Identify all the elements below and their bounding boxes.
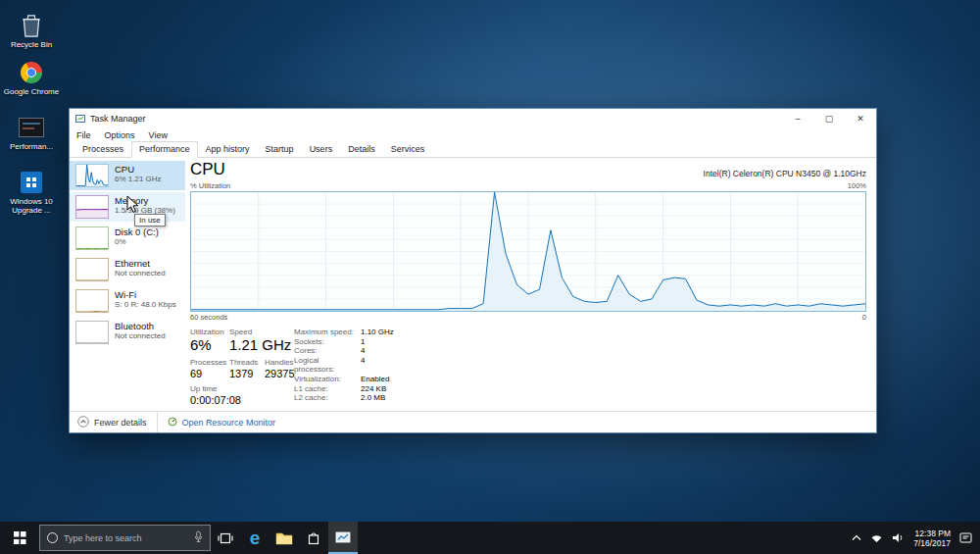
menu-bar: FileOptionsView [70,128,876,142]
windows-logo-icon [14,531,26,544]
edge-button[interactable]: e [240,522,270,554]
tab-users[interactable]: Users [302,141,341,158]
tab-services[interactable]: Services [383,141,433,158]
menu-file[interactable]: File [76,130,91,140]
dark-app-icon [1,114,62,140]
desktop-icon-win-upgrade[interactable]: Windows 10 Upgrade ... [1,169,62,215]
tab-app-history[interactable]: App history [198,141,258,158]
fewer-details-button[interactable]: Fewer details [77,416,147,429]
sidebar-item-title: Memory [115,195,175,206]
system-tray: 12:38 PM 7/16/2017 [852,522,980,554]
sidebar-item-title: Bluetooth [115,321,166,331]
win-upgrade-icon [1,169,62,195]
tab-details[interactable]: Details [340,141,383,158]
cpu-model: Intel(R) Celeron(R) CPU N3450 @ 1.10GHz [704,169,866,178]
mini-chart-bluetooth [75,321,109,344]
utilization-value: 6% [190,337,229,353]
recycle-bin-icon [1,12,62,38]
tabs-bar: ProcessesPerformanceApp historyStartupUs… [70,142,876,158]
uptime-label: Up time [190,384,294,393]
sidebar-item-subtitle: 6% 1.21 GHz [115,175,162,183]
sidebar-item-disk-0-c[interactable]: Disk 0 (C:)0% [70,224,185,253]
volume-icon[interactable] [892,532,905,543]
processes-label: Processes [190,358,229,367]
start-button[interactable] [0,522,39,554]
detail-value: 224 KB [361,384,394,394]
tab-processes[interactable]: Processes [74,141,131,158]
edge-icon: e [250,529,261,547]
sidebar-item-title: CPU [115,164,162,175]
sidebar-item-subtitle: Not connected [115,269,166,277]
store-button[interactable] [299,522,328,554]
search-input[interactable] [64,533,188,543]
sidebar-item-bluetooth[interactable]: BluetoothNot connected [70,318,185,347]
window-titlebar[interactable]: Task Manager – ▢ ✕ [70,109,876,128]
menu-options[interactable]: Options [105,130,135,140]
speed-label: Speed [229,327,294,336]
mini-chart-cpu [75,164,109,187]
performance-sidebar: CPU6% 1.21 GHzMemory1.5/3.9 GB (38%)Disk… [70,158,185,411]
tab-performance[interactable]: Performance [131,141,198,158]
desktop-icon-label: Performan... [1,142,62,151]
detail-value: 4 [361,356,394,375]
taskbar-search[interactable] [39,525,211,551]
desktop-icon-dark-app[interactable]: Performan... [1,114,62,151]
store-bag-icon [307,530,320,546]
desktop-icon-label: Windows 10 Upgrade ... [1,197,62,215]
cortana-icon [47,532,58,543]
desktop-icon-label: Google Chrome [1,87,62,96]
panel-title: CPU [190,160,225,178]
desktop-icon-recycle-bin[interactable]: Recycle Bin [1,12,62,49]
cpu-hardware-details: Maximum speed:1.10 GHzSockets:1Cores:4Lo… [294,327,394,411]
processes-value: 69 [190,368,229,379]
sidebar-item-wi-fi[interactable]: Wi-FiS: 0 R: 48.0 Kbps [70,286,185,316]
window-footer: Fewer details Open Resource Monitor [70,411,876,432]
sidebar-item-title: Wi-Fi [115,289,176,300]
handles-value: 29375 [265,368,295,379]
detail-label: L2 cache: [294,393,357,403]
detail-label: Maximum speed: [294,327,357,337]
threads-label: Threads [229,358,265,367]
cpu-utilization-chart [190,191,866,312]
window-controls: – ▢ ✕ [782,109,876,128]
task-view-button[interactable] [211,522,240,554]
microphone-icon[interactable] [194,529,203,547]
file-explorer-button[interactable] [270,522,299,554]
folder-icon [275,531,293,545]
taskbar-clock[interactable]: 12:38 PM 7/16/2017 [913,529,951,548]
detail-label: Virtualization: [294,375,357,384]
task-manager-icon [335,530,351,544]
resource-monitor-icon [168,417,177,428]
network-icon[interactable] [870,532,883,543]
close-button[interactable]: ✕ [845,109,876,128]
action-center-icon[interactable] [959,532,972,543]
memory-in-use-tooltip: In use [134,214,166,227]
sidebar-item-memory[interactable]: Memory1.5/3.9 GB (38%) [70,192,185,222]
desktop-icon-chrome[interactable]: Google Chrome [1,59,62,96]
sidebar-item-title: Ethernet [115,258,166,269]
cpu-stats: Utilization 6% Speed 1.21 GHz Processes [190,327,866,411]
tab-startup[interactable]: Startup [258,141,302,158]
maximize-button[interactable]: ▢ [813,109,845,128]
cpu-panel: CPU Intel(R) Celeron(R) CPU N3450 @ 1.10… [185,158,876,411]
desktop: Recycle BinGoogle ChromePerforman...Wind… [0,0,980,554]
clock-date: 7/16/2017 [913,538,951,548]
x-axis-left-label: 60 seconds [190,313,227,322]
y-axis-max-label: 100% [848,181,866,190]
tray-expand-button[interactable] [852,534,861,542]
utilization-label: Utilization [190,327,229,336]
detail-value: 2.0 MB [361,393,394,403]
sidebar-item-subtitle: 0% [115,237,159,246]
sidebar-item-cpu[interactable]: CPU6% 1.21 GHz [70,161,185,190]
task-manager-taskbar-button[interactable] [328,522,358,554]
menu-view[interactable]: View [149,130,168,140]
detail-value: Enabled [361,375,394,384]
minimize-button[interactable]: – [782,109,813,128]
detail-label: L1 cache: [294,384,357,394]
open-resource-monitor-link[interactable]: Open Resource Monitor [157,412,276,432]
sidebar-item-ethernet[interactable]: EthernetNot connected [70,255,185,284]
clock-time: 12:38 PM [913,529,951,538]
task-manager-window: Task Manager – ▢ ✕ FileOptionsView Proce… [69,108,877,433]
x-axis-right-label: 0 [862,313,866,322]
sidebar-item-title: Disk 0 (C:) [115,227,159,237]
